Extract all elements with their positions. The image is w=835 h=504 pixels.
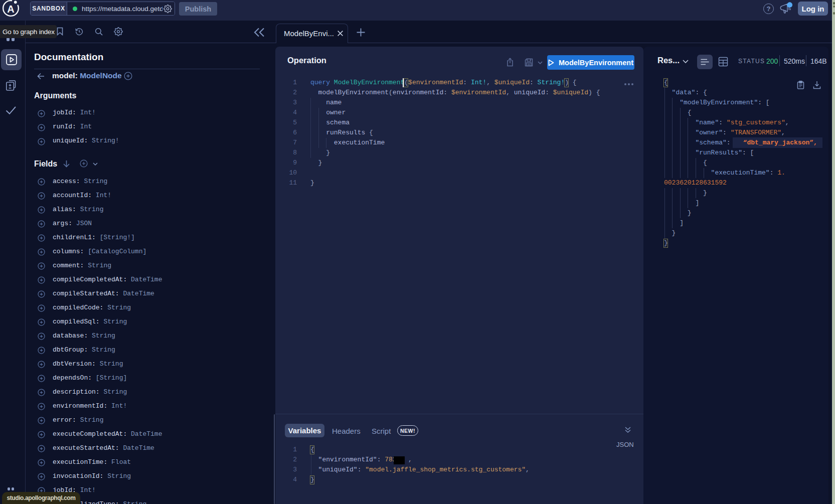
svg-text:A: A bbox=[7, 4, 14, 15]
